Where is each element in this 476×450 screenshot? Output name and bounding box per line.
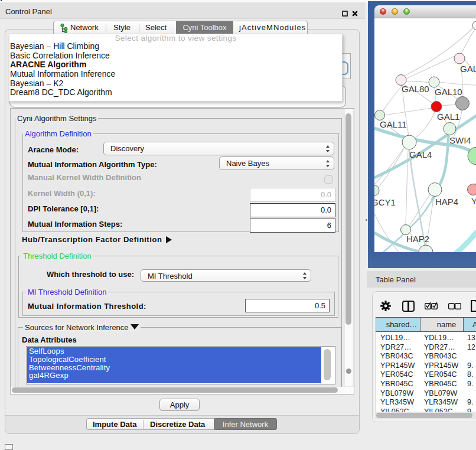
svg-text:GAL4: GAL4 bbox=[409, 149, 432, 159]
svg-text:HAP2: HAP2 bbox=[406, 234, 429, 244]
svg-text:Y: Y bbox=[471, 196, 476, 206]
svg-text:GAL7: GAL7 bbox=[460, 64, 476, 74]
svg-text:HAP4: HAP4 bbox=[435, 197, 458, 207]
svg-text:GAL10: GAL10 bbox=[435, 87, 462, 97]
svg-text:GAL11: GAL11 bbox=[380, 119, 407, 129]
svg-text:GAL1: GAL1 bbox=[437, 112, 459, 122]
svg-text:SWI4: SWI4 bbox=[449, 135, 471, 145]
svg-text:GCY1: GCY1 bbox=[374, 197, 396, 207]
svg-text:GAL80: GAL80 bbox=[402, 84, 429, 94]
